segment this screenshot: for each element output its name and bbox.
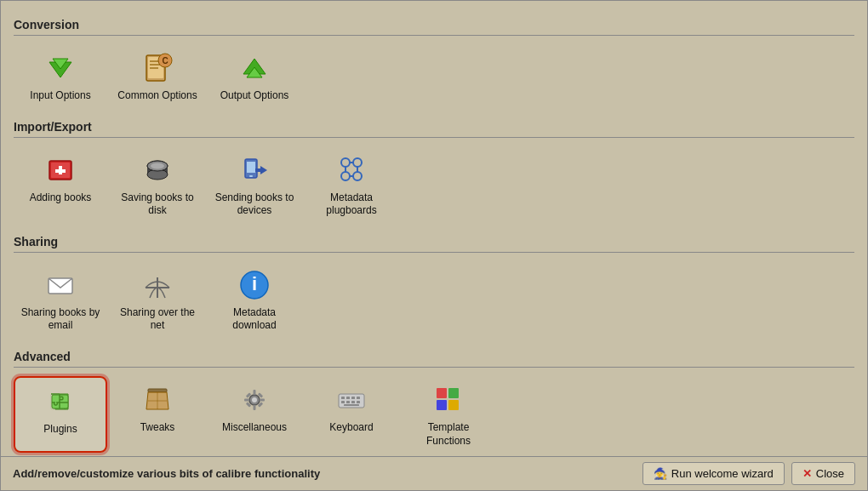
svg-rect-66: [448, 400, 459, 410]
sending-books-label: Sending books to devices: [213, 191, 296, 218]
sharing-net-icon: [140, 268, 174, 302]
metadata-plugboards-icon: [334, 153, 368, 187]
miscellaneous-label: Miscellaneous: [222, 421, 287, 435]
adding-books-label: Adding books: [30, 191, 92, 205]
tweaks-icon: [140, 383, 174, 417]
svg-rect-55: [346, 397, 350, 399]
miscellaneous-item[interactable]: Miscellaneous: [208, 376, 301, 453]
svg-rect-22: [249, 175, 253, 177]
metadata-download-label: Metadata download: [213, 306, 296, 333]
output-options-label: Output Options: [220, 89, 289, 103]
section-advanced: Advanced: [14, 350, 854, 363]
metadata-download-item[interactable]: i Metadata download: [208, 261, 301, 338]
svg-rect-46: [254, 405, 256, 410]
saving-books-icon: [140, 153, 174, 187]
svg-text:C: C: [162, 56, 168, 66]
main-window: Conversion Input Options: [0, 0, 868, 491]
divider-advanced: [14, 367, 854, 368]
divider-conversion: [14, 35, 854, 36]
plugins-icon: [43, 385, 77, 419]
svg-rect-61: [357, 401, 360, 403]
svg-rect-14: [55, 169, 66, 173]
bottom-status-text: Add/remove/customize various bits of cal…: [13, 467, 320, 480]
common-options-item[interactable]: C Common Options: [111, 44, 204, 108]
scroll-panel[interactable]: Conversion Input Options: [1, 1, 867, 456]
tweaks-label: Tweaks: [140, 421, 175, 435]
bottom-buttons: 🧙 Run welcome wizard ✕ Close: [642, 462, 855, 485]
keyboard-label: Keyboard: [329, 421, 373, 435]
svg-rect-21: [247, 162, 255, 173]
welcome-wizard-label: Run welcome wizard: [671, 467, 774, 480]
svg-point-19: [151, 163, 164, 168]
sharing-email-icon: [43, 268, 77, 302]
adding-books-icon: [43, 153, 77, 187]
adding-books-item[interactable]: Adding books: [14, 146, 107, 223]
plugins-label: Plugins: [43, 423, 77, 437]
template-functions-icon: [431, 383, 465, 417]
svg-point-27: [341, 172, 350, 180]
svg-rect-58: [341, 401, 345, 403]
svg-rect-57: [357, 397, 360, 399]
svg-rect-54: [341, 397, 345, 399]
sharing-grid: Sharing books by email Sharing over the: [14, 261, 854, 338]
close-button[interactable]: ✕ Close: [791, 462, 855, 485]
svg-point-25: [341, 158, 350, 167]
template-functions-label: Template Functions: [407, 421, 490, 448]
metadata-plugboards-item[interactable]: Metadata plugboards: [305, 146, 398, 223]
svg-rect-56: [351, 397, 355, 399]
divider-import-export: [14, 137, 854, 138]
close-icon: ✕: [802, 467, 812, 480]
common-options-label: Common Options: [117, 89, 197, 103]
miscellaneous-icon: [237, 383, 271, 417]
svg-rect-48: [260, 398, 265, 401]
input-options-icon: [43, 51, 77, 85]
content-area: Conversion Input Options: [1, 1, 867, 456]
output-options-item[interactable]: Output Options: [208, 44, 301, 108]
sharing-net-label: Sharing over the net: [116, 306, 199, 333]
svg-rect-6: [150, 67, 158, 69]
svg-point-44: [252, 397, 257, 403]
sharing-email-label: Sharing books by email: [19, 306, 102, 333]
svg-rect-60: [351, 401, 355, 403]
sending-books-item[interactable]: Sending books to devices: [208, 146, 301, 223]
input-options-item[interactable]: Input Options: [14, 44, 107, 108]
svg-rect-24: [255, 168, 262, 172]
section-sharing: Sharing: [14, 235, 854, 248]
saving-books-item[interactable]: Saving books to disk: [111, 146, 204, 223]
svg-text:i: i: [252, 273, 257, 294]
metadata-plugboards-label: Metadata plugboards: [310, 191, 393, 218]
conversion-grid: Input Options C: [14, 44, 854, 108]
tweaks-item[interactable]: Tweaks: [111, 376, 204, 453]
svg-rect-47: [244, 398, 249, 401]
welcome-wizard-button[interactable]: 🧙 Run welcome wizard: [642, 462, 785, 485]
bottom-bar: Add/remove/customize various bits of cal…: [1, 456, 867, 490]
keyboard-item[interactable]: Keyboard: [305, 376, 398, 453]
sending-books-icon: [237, 153, 271, 187]
svg-point-28: [353, 172, 362, 180]
divider-sharing: [14, 252, 854, 253]
template-functions-item[interactable]: Template Functions: [402, 376, 495, 453]
section-conversion: Conversion: [14, 18, 854, 31]
advanced-grid: Plugins Tweaks: [14, 376, 854, 453]
input-options-label: Input Options: [30, 89, 90, 103]
svg-rect-65: [437, 400, 447, 410]
svg-rect-63: [437, 388, 447, 398]
import-export-grid: Adding books Saving books to disk: [14, 146, 854, 223]
plugins-item[interactable]: Plugins: [14, 376, 107, 453]
common-options-icon: C: [140, 51, 174, 85]
sharing-email-item[interactable]: Sharing books by email: [14, 261, 107, 338]
wizard-icon: 🧙: [654, 467, 667, 480]
svg-rect-64: [448, 388, 459, 398]
section-import-export: Import/Export: [14, 120, 854, 134]
saving-books-label: Saving books to disk: [116, 191, 199, 218]
svg-rect-62: [344, 404, 359, 406]
sharing-net-item[interactable]: Sharing over the net: [111, 261, 204, 338]
svg-rect-59: [346, 401, 350, 403]
close-label: Close: [816, 467, 844, 480]
svg-rect-45: [254, 390, 256, 395]
svg-rect-40: [148, 389, 167, 392]
svg-point-26: [353, 158, 362, 167]
keyboard-icon: [334, 383, 368, 417]
metadata-download-icon: i: [237, 268, 271, 302]
output-options-icon: [237, 51, 271, 85]
